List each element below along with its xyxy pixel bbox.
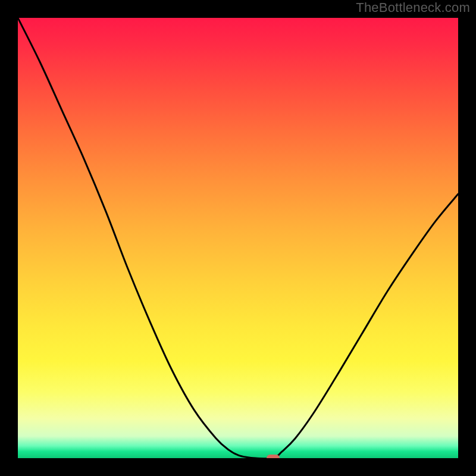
plot-area	[18, 18, 458, 458]
optimal-point-marker	[267, 455, 280, 458]
chart-frame: TheBottleneck.com	[0, 0, 476, 476]
bottleneck-curve	[18, 18, 458, 458]
watermark-text: TheBottleneck.com	[356, 0, 470, 15]
